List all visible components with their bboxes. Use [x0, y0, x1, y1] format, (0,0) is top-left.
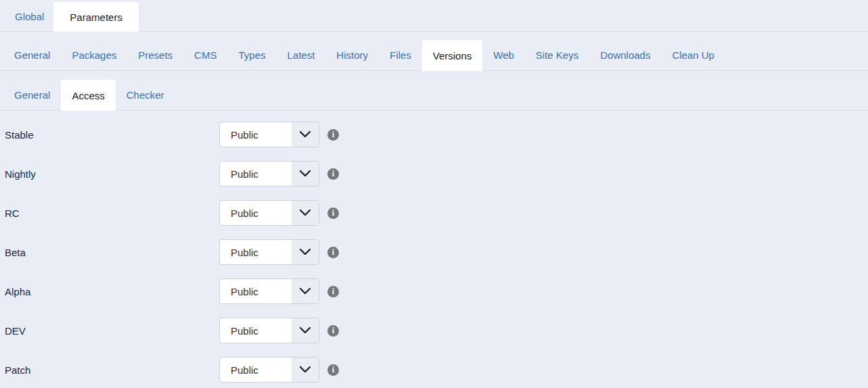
- select-value: Public: [220, 162, 292, 186]
- tab-cms[interactable]: CMS: [183, 39, 227, 70]
- select-dev-access[interactable]: Public: [219, 318, 319, 343]
- select-beta-access[interactable]: Public: [219, 239, 319, 265]
- field-label-dev: DEV: [5, 325, 219, 337]
- field-label-alpha: Alpha: [5, 286, 219, 297]
- tab-packages[interactable]: Packages: [61, 39, 127, 70]
- tab-general[interactable]: General: [3, 39, 61, 70]
- tab-versions-general[interactable]: General: [3, 79, 61, 110]
- info-icon[interactable]: i: [327, 364, 339, 376]
- field-label-stable: Stable: [5, 129, 219, 141]
- field-label-rc: RC: [5, 208, 219, 219]
- select-value: Public: [220, 201, 292, 225]
- select-patch-access[interactable]: Public: [219, 357, 319, 383]
- select-value: Public: [220, 358, 292, 382]
- tab-parameters[interactable]: Parameters: [53, 2, 139, 32]
- tab-site-keys[interactable]: Site Keys: [525, 39, 589, 70]
- form-row-stable: Stable Public i: [5, 115, 868, 154]
- form-row-dev: DEV Public i: [5, 311, 868, 350]
- field-label-patch: Patch: [5, 364, 219, 376]
- tab-history[interactable]: History: [325, 39, 379, 70]
- select-value: Public: [220, 240, 292, 264]
- chevron-down-icon: [292, 318, 319, 343]
- chevron-down-icon: [292, 201, 319, 225]
- tab-downloads[interactable]: Downloads: [589, 39, 661, 70]
- form-row-alpha: Alpha Public i: [5, 272, 868, 311]
- form-row-patch: Patch Public i: [5, 350, 868, 388]
- tab-global[interactable]: Global: [5, 1, 53, 31]
- select-value: Public: [220, 279, 292, 304]
- chevron-down-icon: [292, 162, 319, 186]
- form-row-rc: RC Public i: [5, 193, 868, 233]
- tab-web[interactable]: Web: [482, 39, 525, 70]
- select-alpha-access[interactable]: Public: [219, 278, 319, 304]
- info-icon[interactable]: i: [327, 325, 339, 337]
- field-label-nightly: Nightly: [5, 168, 219, 180]
- tab-versions-checker[interactable]: Checker: [116, 79, 175, 110]
- tab-clean-up[interactable]: Clean Up: [661, 39, 725, 70]
- chevron-down-icon: [292, 122, 319, 147]
- tab-files[interactable]: Files: [379, 39, 422, 70]
- select-value: Public: [220, 318, 292, 343]
- select-value: Public: [220, 122, 292, 147]
- chevron-down-icon: [292, 240, 319, 264]
- info-icon[interactable]: i: [327, 168, 339, 180]
- form-row-nightly: Nightly Public i: [5, 154, 868, 193]
- form-row-beta: Beta Public i: [5, 233, 868, 272]
- chevron-down-icon: [292, 279, 319, 304]
- info-icon[interactable]: i: [327, 286, 339, 297]
- chevron-down-icon: [292, 358, 319, 382]
- info-icon[interactable]: i: [327, 129, 339, 141]
- field-label-beta: Beta: [5, 247, 219, 258]
- tab-latest[interactable]: Latest: [276, 39, 325, 70]
- access-settings-panel: Stable Public i Nightly Public i RC Publ…: [0, 111, 868, 388]
- select-rc-access[interactable]: Public: [219, 200, 319, 226]
- select-nightly-access[interactable]: Public: [219, 161, 319, 187]
- info-icon[interactable]: i: [327, 208, 339, 219]
- tab-versions-access[interactable]: Access: [61, 80, 115, 111]
- tabbar-versions-subsections: General Access Checker: [0, 71, 868, 111]
- tabbar-top-level: Global Parameters: [0, 0, 868, 32]
- tabbar-parameters-sections: General Packages Presets CMS Types Lates…: [0, 32, 868, 71]
- tab-presets[interactable]: Presets: [127, 39, 183, 70]
- info-icon[interactable]: i: [327, 247, 339, 258]
- select-stable-access[interactable]: Public: [219, 122, 319, 147]
- tab-versions[interactable]: Versions: [422, 40, 483, 71]
- tab-types[interactable]: Types: [227, 39, 276, 70]
